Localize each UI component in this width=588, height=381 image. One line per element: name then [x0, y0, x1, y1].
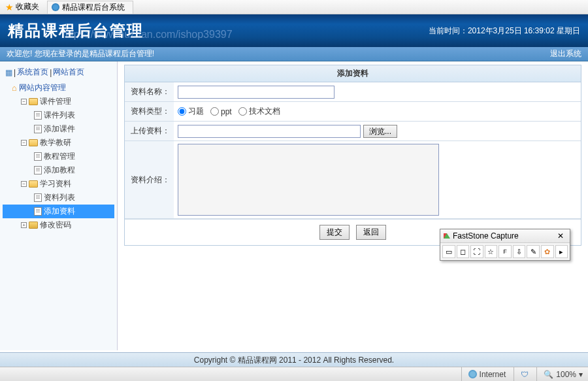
tree-lesson-add[interactable]: 添加教程: [3, 163, 114, 177]
fs-tool-output[interactable]: ▸: [555, 245, 568, 258]
fs-tool-fullscreen[interactable]: F: [498, 245, 512, 258]
material-name-input[interactable]: [178, 86, 335, 99]
page-icon: [34, 152, 42, 161]
browser-chrome: ★ 收藏夹 精品课程后台系统: [0, 0, 588, 14]
folder-icon: [29, 222, 38, 229]
label-intro: 资料介绍：: [125, 141, 174, 218]
watermark: https://www.huzhan.com/ishop39397: [62, 29, 233, 41]
ie-icon: [52, 3, 59, 11]
favorites-button[interactable]: ★ 收藏夹: [0, 0, 44, 14]
tab-title: 精品课程后台系统: [62, 2, 125, 13]
tree-materials-add[interactable]: 添加资料: [3, 205, 114, 218]
home-icon: ⌂: [12, 83, 17, 93]
browse-button[interactable]: 浏览...: [363, 125, 397, 138]
nav-tree: ⌂ 网站内容管理 − 课件管理 课件列表 添加课件 − 教学教研: [0, 80, 117, 233]
header: 精品课程后台管理 https://www.huzhan.com/ishop393…: [0, 14, 588, 47]
protected-mode: 🛡: [514, 367, 529, 381]
shield-icon: 🛡: [521, 370, 529, 379]
site-home-link[interactable]: 网站首页: [53, 67, 84, 78]
label-type: 资料类型：: [125, 102, 174, 121]
tree-change-pw[interactable]: + 修改密码: [3, 218, 114, 232]
zoom-icon: 🔍: [544, 370, 553, 379]
folder-icon: [29, 98, 38, 105]
plus-icon: +: [21, 222, 27, 228]
faststone-title-text: FastStone Capture: [453, 231, 519, 240]
intro-textarea[interactable]: [178, 144, 439, 216]
logout-link[interactable]: 退出系统: [550, 48, 581, 59]
sub-header: 欢迎您! 您现在登录的是精品课程后台管理! 退出系统: [0, 47, 588, 61]
system-home-link[interactable]: 系统首页: [17, 67, 48, 78]
upload-path-input[interactable]: [178, 125, 361, 138]
page-icon: [34, 125, 42, 133]
tree-teaching[interactable]: − 教学教研: [3, 136, 114, 150]
folder-icon: [29, 180, 38, 188]
minus-icon: −: [21, 140, 27, 146]
tree-courseware-list[interactable]: 课件列表: [3, 108, 114, 122]
faststone-capture-window[interactable]: FastStone Capture ✕ ▭ ◻ ⛶ ☆ F ⇩ ✎ ✿ ▸: [440, 229, 570, 261]
grid-icon: ▦: [5, 68, 12, 77]
page-icon: [34, 193, 42, 202]
fs-tool-scrolling[interactable]: ⇩: [513, 245, 526, 258]
star-icon: ★: [5, 2, 14, 12]
minus-icon: −: [21, 99, 27, 105]
back-button[interactable]: 返回: [356, 225, 386, 240]
minus-icon: −: [21, 181, 27, 187]
submit-button[interactable]: 提交: [319, 225, 350, 240]
tree-courseware-add[interactable]: 添加课件: [3, 122, 114, 136]
form-title: 添加资料: [125, 65, 581, 82]
main-content: 添加资料 资料名称： 资料类型： 习题 ppt 技术文档 上传资料：: [118, 61, 588, 350]
add-material-form: 添加资料 资料名称： 资料类型： 习题 ppt 技术文档 上传资料：: [124, 65, 581, 246]
radio-ppt[interactable]: ppt: [210, 107, 232, 116]
sidebar: ▦ | 系统首页 | 网站首页 ⌂ 网站内容管理 − 课件管理 课件列表 添加: [0, 61, 118, 350]
status-internet: Internet: [461, 367, 506, 381]
tree-materials[interactable]: − 学习资料: [3, 177, 114, 191]
tree-lesson-mgmt[interactable]: 教程管理: [3, 150, 114, 163]
faststone-logo-icon: [444, 233, 450, 239]
page-icon: [34, 166, 42, 174]
chevron-down-icon: ▾: [579, 370, 583, 379]
page-icon: [34, 207, 42, 216]
folder-icon: [29, 139, 38, 146]
fs-tool-settings[interactable]: ✿: [541, 245, 554, 258]
welcome-text: 欢迎您! 您现在登录的是精品课程后台管理!: [7, 48, 154, 59]
tree-materials-list[interactable]: 资料列表: [3, 191, 114, 205]
fs-tool-color-picker[interactable]: ✎: [527, 245, 540, 258]
radio-doc[interactable]: 技术文档: [238, 106, 280, 117]
fs-tool-rectangle[interactable]: ⛶: [470, 245, 483, 258]
status-bar: Internet 🛡 🔍 100% ▾: [0, 367, 588, 381]
browser-tab[interactable]: 精品课程后台系统: [47, 1, 133, 14]
zoom-control[interactable]: 🔍 100% ▾: [536, 367, 583, 381]
globe-icon: [468, 370, 477, 378]
fs-tool-freehand[interactable]: ☆: [485, 245, 498, 258]
fs-tool-active-window[interactable]: ▭: [442, 245, 455, 258]
fs-tool-window-object[interactable]: ◻: [457, 245, 470, 258]
current-time: 当前时间：2012年3月25日 16:39:02 星期日: [429, 25, 580, 37]
page-icon: [34, 111, 42, 120]
tree-root[interactable]: ⌂ 网站内容管理: [3, 81, 114, 95]
favorites-label: 收藏夹: [16, 1, 39, 12]
close-icon[interactable]: ✕: [555, 231, 566, 240]
radio-xiti[interactable]: 习题: [178, 106, 204, 117]
footer: Copyright © 精品课程网 2011 - 2012 All Rights…: [0, 352, 588, 367]
tree-courseware[interactable]: − 课件管理: [3, 95, 114, 108]
label-name: 资料名称：: [125, 82, 174, 101]
label-upload: 上传资料：: [125, 122, 174, 141]
